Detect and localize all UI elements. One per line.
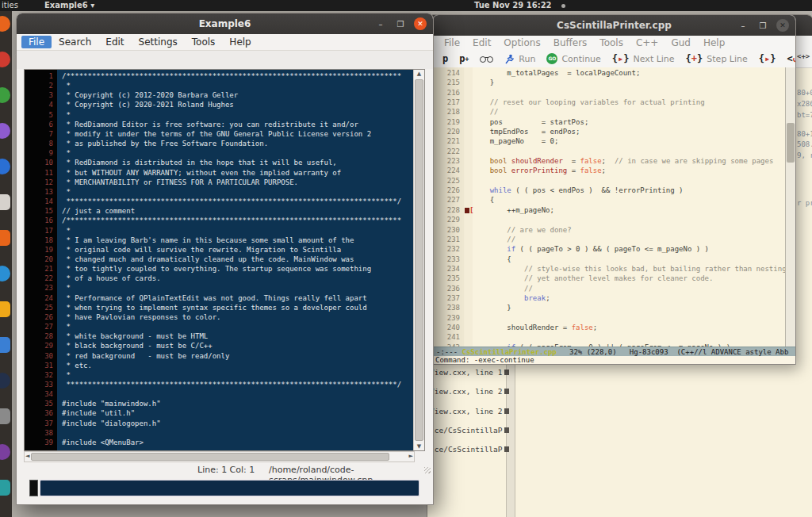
code-line: bool shouldRender = false; // in case we…	[473, 156, 794, 166]
desktop: ities Example6 ▾ Tue Nov 29 16:22 View.c…	[0, 0, 812, 517]
dark-sphere-app-icon[interactable]	[0, 373, 10, 389]
code-line: }	[473, 78, 794, 87]
code-line: m_pageNo = 0;	[473, 136, 794, 146]
code-line: //	[473, 284, 794, 293]
minimize-button[interactable]: –	[737, 19, 749, 32]
red-app-icon[interactable]	[0, 52, 10, 67]
code-line: m_totalPages = localPageCount;	[473, 68, 794, 78]
maximize-button[interactable]: ❐	[394, 17, 407, 30]
clock[interactable]: Tue Nov 29 16:22	[474, 1, 552, 10]
close-button[interactable]: ✕	[414, 17, 427, 30]
menu-search[interactable]: Search	[52, 36, 98, 48]
until-button[interactable]: {▸}	[759, 53, 776, 64]
minimize-button[interactable]: –	[374, 17, 387, 30]
resize-grip[interactable]	[424, 467, 431, 473]
scroll-up-icon[interactable]: ▲	[414, 71, 424, 77]
dock	[0, 11, 12, 517]
editor-statusbar: Line: 1 Col: 1 /home/roland/code-scraps/…	[17, 462, 433, 478]
scroll-right-icon[interactable]: ►	[409, 453, 413, 459]
print-deref-icon: p+	[459, 53, 469, 64]
emacs-window-title: CsScintillaPrinter.cpp	[557, 20, 672, 31]
occluded-text-fragment: bt=7	[797, 111, 812, 120]
scrollbar-thumb[interactable]	[415, 79, 423, 441]
scroll-left-icon[interactable]: ◄	[25, 453, 29, 459]
blue-globe-app-icon[interactable]	[0, 159, 10, 174]
code-line: //	[473, 107, 794, 117]
menu-settings[interactable]: Settings	[132, 36, 185, 48]
fringe: [	[464, 67, 473, 347]
step-line-button[interactable]: {+}Step Line	[686, 53, 748, 64]
menu-edit[interactable]: Edit	[466, 37, 497, 48]
scrollbar-thumb[interactable]	[787, 123, 795, 163]
scroll-down-icon[interactable]: ▼	[414, 443, 424, 450]
tab-close-icon[interactable]: ✕	[49, 57, 56, 66]
run-button[interactable]: Run	[504, 54, 535, 64]
print-deref-button[interactable]: p+	[459, 53, 469, 64]
code-line: pos = startPos;	[473, 117, 794, 127]
watch-button[interactable]	[480, 56, 493, 63]
files-app-icon[interactable]	[0, 194, 10, 210]
menu-c++[interactable]: C++	[630, 37, 665, 48]
yellow-app-icon[interactable]	[0, 301, 10, 317]
print-icon: p	[442, 53, 448, 64]
editor-titlebar[interactable]: Example6 – ❐ ✕	[17, 13, 433, 34]
tab-close-icon[interactable]: ✕	[74, 57, 80, 66]
code-line: tmpEndPos = endPos;	[473, 127, 794, 136]
run-label: Run	[519, 54, 535, 64]
code-line: // are we done?	[473, 225, 794, 235]
menu-file[interactable]: File	[438, 37, 466, 48]
editor-vertical-scrollbar[interactable]: ▲ ▼	[413, 70, 424, 450]
editor-horizontal-scrollbar[interactable]: ◄ ►	[24, 451, 415, 462]
next-line-button[interactable]: {▸}Next Line	[612, 53, 675, 64]
occluded-text-fragment: 9, r	[797, 151, 812, 160]
emacs-code-area[interactable]: 214 215 216 217 218 219 220 221 222 223 …	[433, 67, 794, 347]
color-swatch[interactable]	[29, 480, 38, 496]
blue-plus-app-icon[interactable]	[0, 337, 10, 353]
occluded-text-fragment: r pr	[797, 199, 812, 208]
tab-close-icon[interactable]: ✕	[54, 57, 60, 66]
menu-edit[interactable]: Edit	[98, 36, 131, 48]
maximize-button[interactable]: ❐	[756, 19, 769, 32]
menu-help[interactable]: Help	[222, 36, 258, 48]
menu-options[interactable]: Options	[497, 37, 546, 48]
scrollbar-thumb[interactable]	[31, 453, 389, 461]
orange-app-icon[interactable]	[0, 230, 10, 246]
menu-gud[interactable]: Gud	[665, 37, 697, 48]
purple-arrow-app-icon[interactable]	[0, 123, 10, 139]
menu-file[interactable]: File	[21, 36, 52, 48]
emacs-modeline: -:--- CsScintillaPrinter.cpp 32% (228,0)…	[433, 347, 795, 356]
emacs-minibuffer[interactable]: Command: -exec-continue	[433, 356, 795, 364]
finish-button[interactable]: <↺>	[787, 53, 795, 64]
app-menu-button[interactable]: Example6 ▾	[44, 1, 94, 10]
editor-code-area[interactable]: 1 2 3 4 5 6 7 8 9 10 11 12 13 14 15 16 1…	[24, 69, 425, 451]
emacs-titlebar[interactable]: CsScintillaPrinter.cpp – ❐ ✕	[433, 15, 795, 36]
teal-app-icon[interactable]	[0, 480, 10, 496]
print-button[interactable]: p	[442, 53, 448, 64]
blue-circle-app-icon[interactable]	[0, 266, 10, 281]
continue-button[interactable]: GOContinue	[546, 53, 600, 64]
function-bar[interactable]	[40, 480, 419, 496]
close-button[interactable]: ✕	[776, 19, 789, 32]
menu-tools[interactable]: Tools	[185, 36, 223, 48]
firefox-icon[interactable]	[0, 16, 10, 32]
gray-app-icon[interactable]	[0, 408, 10, 424]
finish-icon: <↺>	[787, 53, 795, 64]
editor-window[interactable]: Example6 – ❐ ✕ FileSearchEditSettingsToo…	[16, 13, 434, 505]
leaf-app-icon[interactable]	[0, 87, 10, 103]
breakpoint-marker-icon[interactable]: [	[465, 207, 473, 214]
next-line-label: Next Line	[634, 54, 675, 64]
modeline-flags: -:---	[436, 348, 462, 356]
menu-buffers[interactable]: Buffers	[547, 37, 594, 48]
occluded-text-fragment: <+>	[797, 52, 810, 61]
emacs-window[interactable]: CsScintillaPrinter.cpp – ❐ ✕ FileEditOpt…	[432, 14, 796, 365]
tab-close-icon[interactable]: ✕	[64, 57, 71, 66]
code-line	[473, 176, 794, 186]
menu-help[interactable]: Help	[697, 37, 731, 48]
purple-app-icon[interactable]	[0, 444, 10, 460]
occluded-text-fragment: 508.	[797, 140, 812, 149]
breakpoint-list-item: ice/CsScintillaP	[430, 445, 509, 454]
editor-window-title: Example6	[199, 18, 251, 29]
activities-button[interactable]: ities	[2, 1, 18, 10]
emacs-vertical-scrollbar[interactable]	[785, 67, 795, 347]
menu-tools[interactable]: Tools	[593, 37, 630, 48]
